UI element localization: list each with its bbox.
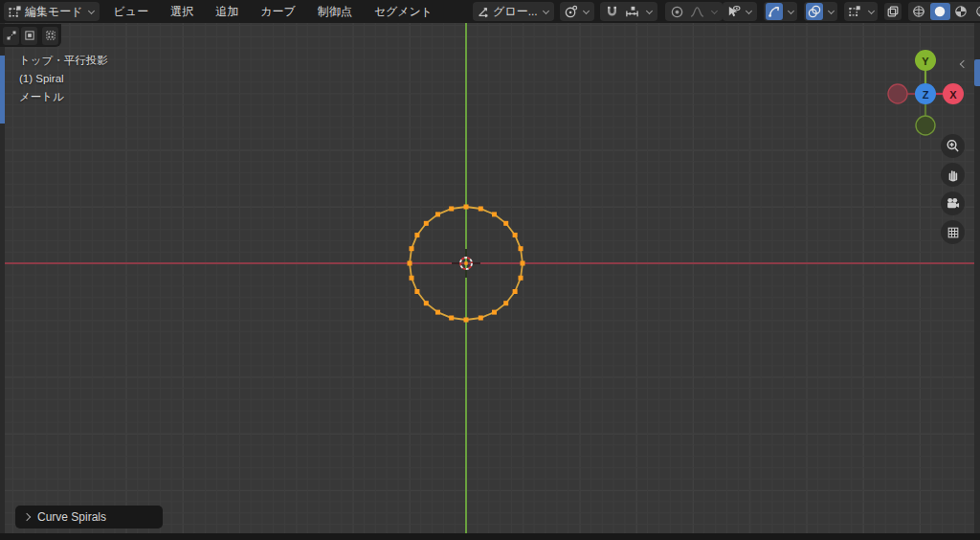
sidebar-tab[interactable] xyxy=(974,59,980,86)
sidebar-edge[interactable] xyxy=(974,23,980,533)
menu-bar: ビュー 選択 追加 カーブ 制御点 セグメント xyxy=(114,4,434,20)
status-bar-edge xyxy=(0,533,980,540)
chevron-down-icon xyxy=(746,7,752,13)
chevron-down-icon xyxy=(543,7,549,13)
shading-material-button[interactable] xyxy=(951,3,971,20)
view-label: トップ・平行投影 xyxy=(19,52,108,70)
chevron-down-icon xyxy=(583,7,590,13)
grid-ortho-button[interactable] xyxy=(941,220,965,244)
proportional-editing-toggle[interactable] xyxy=(669,3,686,20)
gizmo-neg-y-ball[interactable] xyxy=(916,116,935,135)
menu-select[interactable]: 選択 xyxy=(170,4,193,20)
3d-viewport[interactable]: トップ・平行投影 (1) Spiral メートル Y X Z xyxy=(0,23,980,533)
camera-view-button[interactable] xyxy=(941,191,965,215)
active-tool-indicator xyxy=(0,56,5,124)
svg-text:X: X xyxy=(949,89,957,101)
edit-mode-options-group xyxy=(844,2,878,21)
orientation-axes-icon xyxy=(477,5,490,18)
gizmo-x-ball[interactable]: X xyxy=(943,83,964,104)
pivot-point-dropdown[interactable] xyxy=(560,2,594,21)
zoom-button[interactable] xyxy=(941,134,965,158)
toggle-xray-button[interactable] xyxy=(884,3,902,20)
menu-view[interactable]: ビュー xyxy=(114,4,149,20)
svg-text:Y: Y xyxy=(922,56,929,67)
shading-wireframe-button[interactable] xyxy=(909,3,929,20)
chevron-right-icon xyxy=(23,513,31,521)
mode-dropdown[interactable]: 編集モード xyxy=(4,2,100,21)
edit-mode-options-icon[interactable] xyxy=(846,3,863,20)
snap-group xyxy=(600,2,657,21)
gizmo-y-ball[interactable]: Y xyxy=(915,50,936,71)
shading-mode-group xyxy=(908,2,980,21)
show-overlays-group xyxy=(804,2,837,21)
object-label: (1) Spiral xyxy=(19,70,108,88)
orientation-label: グロー... xyxy=(493,4,538,20)
chevron-down-icon xyxy=(868,7,875,13)
show-gizmos-toggle[interactable] xyxy=(766,3,783,20)
pointer-eye-icon xyxy=(726,5,741,19)
menu-curve[interactable]: カーブ xyxy=(260,4,296,20)
shading-rendered-button[interactable] xyxy=(972,3,980,20)
toolbar-sliver[interactable] xyxy=(0,23,5,533)
pivot-point-icon xyxy=(564,5,578,19)
chevron-down-icon xyxy=(646,7,653,13)
select-mode-bar xyxy=(0,24,61,47)
pan-hand-button[interactable] xyxy=(941,163,965,187)
gizmo-neg-x-ball[interactable] xyxy=(888,84,907,103)
chevron-down-icon xyxy=(788,7,794,13)
select-mode-face-button[interactable] xyxy=(42,27,58,45)
object-visibility-dropdown[interactable] xyxy=(723,2,757,21)
unit-label: メートル xyxy=(19,88,108,106)
show-overlays-toggle[interactable] xyxy=(806,3,823,20)
svg-text:Z: Z xyxy=(923,89,929,101)
chevron-down-icon xyxy=(828,7,835,13)
proportional-edit-group xyxy=(665,2,723,21)
transform-orientation-dropdown[interactable]: グロー... xyxy=(473,2,554,21)
viewport-info-overlay: トップ・平行投影 (1) Spiral メートル xyxy=(19,52,108,106)
menu-segments[interactable]: セグメント xyxy=(374,4,433,20)
chevron-down-icon xyxy=(711,7,718,13)
viewport-nav-buttons xyxy=(941,134,965,249)
snap-magnet-toggle[interactable] xyxy=(604,3,621,20)
mode-label: 編集モード xyxy=(25,4,83,20)
select-mode-vertex-button[interactable] xyxy=(3,27,19,45)
select-mode-edge-button[interactable] xyxy=(21,27,37,45)
snap-settings-icon[interactable] xyxy=(624,3,641,20)
operator-panel-curve-spirals[interactable]: Curve Spirals xyxy=(15,506,163,529)
3d-cursor xyxy=(451,248,481,279)
menu-control-points[interactable]: 制御点 xyxy=(318,4,352,20)
gizmo-z-ball[interactable]: Z xyxy=(915,83,936,104)
show-gizmos-group xyxy=(764,2,797,21)
chevron-down-icon xyxy=(88,7,95,13)
operator-panel-label: Curve Spirals xyxy=(37,510,106,524)
shading-solid-button[interactable] xyxy=(930,3,950,20)
menu-add[interactable]: 追加 xyxy=(215,4,238,20)
edit-mode-icon xyxy=(8,5,22,19)
falloff-curve-icon[interactable] xyxy=(689,3,706,20)
viewport-header: 編集モード ビュー 選択 追加 カーブ 制御点 セグメント グロー... xyxy=(0,0,980,23)
